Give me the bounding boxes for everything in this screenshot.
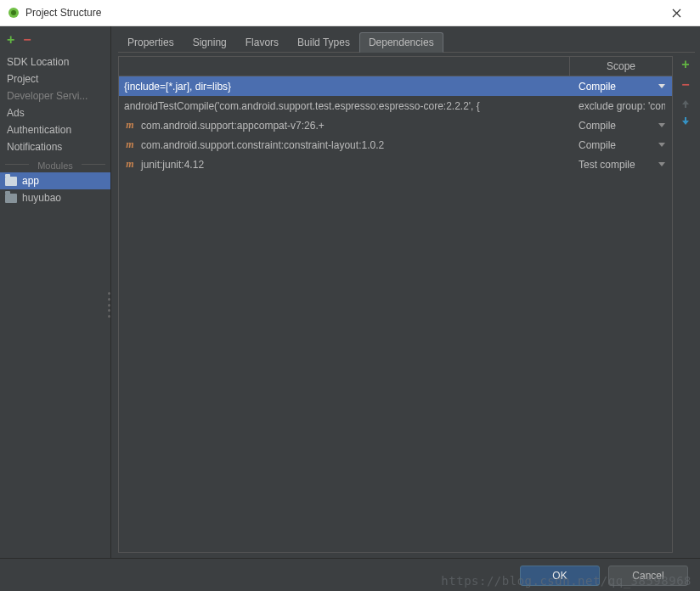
dependency-name: com.android.support.constraint:constrain… <box>141 139 384 151</box>
chevron-down-icon <box>658 84 665 88</box>
dependency-row[interactable]: {include=[*.jar], dir=libs} Compile <box>119 76 672 96</box>
dependency-name-cell: m junit:junit:4.12 <box>119 158 570 171</box>
sidebar-item-developer-services[interactable]: Developer Servi... <box>0 87 110 104</box>
sidebar-item-ads[interactable]: Ads <box>0 104 110 121</box>
tab-dependencies[interactable]: Dependencies <box>359 32 443 53</box>
sidebar-item-notifications[interactable]: Notifications <box>0 138 110 155</box>
dependencies-area: Scope {include=[*.jar], dir=libs} Compil… <box>118 56 695 553</box>
maven-icon: m <box>124 158 136 171</box>
tab-signing[interactable]: Signing <box>183 32 236 53</box>
main-row: + − SDK Location Project Developer Servi… <box>0 26 700 558</box>
tab-properties[interactable]: Properties <box>118 32 183 53</box>
sidebar-toolbar: + − <box>0 30 110 53</box>
window-title: Project Structure <box>25 7 659 19</box>
sidebar-remove-button[interactable]: − <box>23 33 31 47</box>
module-app[interactable]: app <box>0 172 110 189</box>
content-area: Properties Signing Flavors Build Types D… <box>111 26 700 558</box>
dialog-body: + − SDK Location Project Developer Servi… <box>0 26 700 558</box>
dependency-row[interactable]: m com.android.support:appcompat-v7:26.+ … <box>119 115 672 135</box>
move-up-button[interactable] <box>680 98 691 109</box>
maven-icon: m <box>124 138 136 151</box>
sidebar-item-authentication[interactable]: Authentication <box>0 121 110 138</box>
tab-flavors[interactable]: Flavors <box>236 32 288 53</box>
dependency-scope-cell[interactable]: Compile <box>570 120 672 132</box>
dependency-name-cell: m com.android.support.constraint:constra… <box>119 138 570 151</box>
remove-dependency-button[interactable]: − <box>681 78 689 92</box>
sidebar-add-button[interactable]: + <box>7 33 14 47</box>
ok-button[interactable]: OK <box>520 566 600 586</box>
dependency-toolbar: + − <box>676 56 695 553</box>
dependency-scope-cell[interactable]: Test compile <box>570 159 672 171</box>
dependency-row[interactable]: m junit:junit:4.12 Test compile <box>119 155 672 174</box>
dependency-scope: Compile <box>579 120 616 132</box>
window-close-button[interactable] <box>659 0 693 25</box>
table-header: Scope <box>119 57 672 76</box>
column-header-name[interactable] <box>119 57 570 76</box>
sidebar: + − SDK Location Project Developer Servi… <box>0 26 111 558</box>
dependency-name-cell: {include=[*.jar], dir=libs} <box>119 81 570 93</box>
splitter-handle[interactable] <box>108 292 110 318</box>
table-body: {include=[*.jar], dir=libs} Compile andr… <box>119 76 672 552</box>
dependency-scope-cell[interactable]: exclude group: 'com.android.support', mo… <box>570 100 672 112</box>
dependency-row[interactable]: m com.android.support.constraint:constra… <box>119 135 672 155</box>
move-down-button[interactable] <box>680 115 691 126</box>
svg-point-1 <box>11 10 16 15</box>
dependency-name-cell: androidTestCompile('com.android.support.… <box>119 100 570 112</box>
dependency-name: junit:junit:4.12 <box>141 159 204 171</box>
app-icon <box>7 6 20 20</box>
dependency-scope: Compile <box>579 139 616 151</box>
titlebar: Project Structure <box>0 0 700 26</box>
tab-build-types[interactable]: Build Types <box>288 32 359 53</box>
sidebar-item-sdk-location[interactable]: SDK Location <box>0 53 110 70</box>
module-label: huyubao <box>22 192 61 204</box>
column-header-scope[interactable]: Scope <box>570 57 672 76</box>
dependency-name: {include=[*.jar], dir=libs} <box>124 81 231 93</box>
chevron-down-icon <box>658 162 665 166</box>
folder-icon <box>5 194 17 203</box>
module-label: app <box>22 175 39 187</box>
module-huyubao[interactable]: huyubao <box>0 189 110 206</box>
dependency-name: com.android.support:appcompat-v7:26.+ <box>141 120 325 132</box>
dependencies-table: Scope {include=[*.jar], dir=libs} Compil… <box>118 56 673 553</box>
add-dependency-button[interactable]: + <box>681 58 689 71</box>
dependency-row[interactable]: androidTestCompile('com.android.support.… <box>119 96 672 115</box>
dependency-scope-overflow: exclude group: 'com.android.support', mo… <box>579 100 665 112</box>
folder-icon <box>5 177 17 186</box>
modules-header: Modules <box>0 155 110 172</box>
dependency-scope-cell[interactable]: Compile <box>570 139 672 151</box>
dependency-scope: Compile <box>579 81 616 93</box>
tab-bar: Properties Signing Flavors Build Types D… <box>118 31 695 53</box>
chevron-down-icon <box>658 143 665 147</box>
cancel-button[interactable]: Cancel <box>608 566 688 586</box>
dependency-name-cell: m com.android.support:appcompat-v7:26.+ <box>119 119 570 132</box>
dependency-name: androidTestCompile('com.android.support.… <box>124 100 480 112</box>
maven-icon: m <box>124 119 136 132</box>
dependency-scope: Test compile <box>579 159 635 171</box>
sidebar-item-project[interactable]: Project <box>0 70 110 87</box>
dependency-scope-cell[interactable]: Compile <box>570 81 672 93</box>
button-bar: OK Cancel https://blog.csdn.net/qq_38598… <box>0 558 700 591</box>
chevron-down-icon <box>658 123 665 127</box>
